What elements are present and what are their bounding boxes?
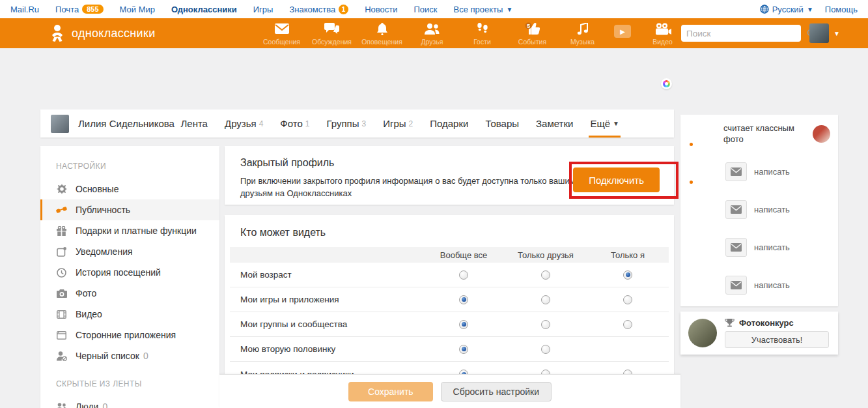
settings-sidebar: НАСТРОЙКИ Основные Публичность Подарки и… [40, 146, 219, 408]
tab-gifts[interactable]: Подарки [430, 109, 468, 138]
closed-profile-description: При включении закрытого профиля информац… [240, 175, 579, 199]
search-input[interactable] [681, 29, 807, 38]
topbar-link-help[interactable]: Помощь [825, 5, 858, 14]
radio-only-me[interactable] [623, 370, 632, 374]
nav-play-shortcut[interactable]: ▶ [608, 21, 637, 38]
user-blocked-icon [56, 351, 67, 362]
sidebar-item-photo[interactable]: Фото [40, 283, 219, 304]
tab-games[interactable]: Игры2 [383, 109, 413, 138]
radio-only-me[interactable] [623, 270, 632, 280]
liked-photo-thumbnail[interactable] [813, 125, 830, 143]
topbar-link-moymir[interactable]: Мой Мир [120, 5, 155, 14]
radio-everyone[interactable] [459, 345, 468, 354]
play-icon: ▶ [614, 25, 631, 38]
main-navbar: одноклассники Сообщения Обсуждения Опове… [0, 18, 868, 48]
online-dot-icon [688, 179, 694, 185]
nav-discussions[interactable]: Обсуждения [307, 21, 357, 46]
closed-profile-panel: Закрытый профиль При включении закрытого… [225, 146, 674, 205]
tab-more[interactable]: Ещё▼ [590, 109, 619, 138]
radio-friends-only[interactable] [541, 320, 550, 329]
sidebar-item-visit-history[interactable]: История посещений [40, 262, 219, 283]
profile-avatar[interactable] [51, 115, 69, 133]
sidebar-item-blacklist[interactable]: Черный список 0 [40, 345, 219, 366]
tab-feed[interactable]: Лента [180, 109, 208, 138]
feed-item-write: написать [680, 228, 838, 266]
visibility-row-age: Мой возраст [230, 263, 669, 287]
message-button[interactable] [725, 238, 747, 257]
sidebar-item-gifts-paid[interactable]: Подарки и платные функции [40, 220, 219, 241]
message-button[interactable] [725, 276, 747, 295]
tab-photos[interactable]: Фото1 [280, 109, 309, 138]
tab-friends[interactable]: Друзья4 [225, 109, 263, 138]
radio-friends-only[interactable] [541, 270, 550, 280]
feed-item-write: написать [680, 190, 838, 228]
online-dot-icon [688, 141, 694, 147]
message-button[interactable] [725, 200, 747, 219]
reset-settings-button[interactable]: Сбросить настройки [441, 382, 552, 401]
radio-friends-only[interactable] [541, 370, 550, 374]
write-link[interactable]: написать [754, 242, 790, 252]
people-count: 0 [102, 401, 107, 408]
topbar-link-mailru[interactable]: Mail.Ru [10, 5, 39, 14]
nav-guests[interactable]: Гости [457, 21, 507, 46]
chat-icon [307, 21, 357, 36]
sidebar-item-third-party-apps[interactable]: Сторонние приложения [40, 325, 219, 345]
save-button[interactable]: Сохранить [348, 382, 433, 401]
user-avatar[interactable] [809, 23, 829, 43]
radio-everyone[interactable] [459, 295, 468, 304]
sidebar-item-general[interactable]: Основные [40, 179, 219, 199]
envelope-icon [257, 21, 307, 36]
language-selector[interactable]: Русский▼ [760, 5, 813, 14]
topbar-link-news[interactable]: Новости [365, 5, 397, 14]
radio-friends-only[interactable] [541, 295, 550, 304]
profile-tabs: Лента Друзья4 Фото1 Группы3 Игры2 Подарк… [180, 109, 619, 138]
radio-friends-only[interactable] [541, 345, 550, 354]
radio-everyone[interactable] [459, 320, 468, 329]
contest-avatar[interactable] [688, 319, 717, 347]
connect-button[interactable]: Подключить [573, 168, 660, 192]
write-link[interactable]: написать [754, 280, 790, 290]
topbar-link-games[interactable]: Игры [253, 5, 273, 14]
sidebar-item-notifications[interactable]: Уведомления [40, 241, 219, 262]
radio-only-me[interactable] [623, 320, 632, 329]
global-search [681, 25, 801, 42]
sidebar-item-publicity[interactable]: Публичность [40, 199, 219, 220]
profile-name: Лилия Сидельникова [78, 118, 175, 129]
settings-section-title: НАСТРОЙКИ [40, 146, 219, 179]
user-menu-chevron-icon[interactable]: ▼ [833, 30, 840, 37]
participate-button[interactable]: Участвовать! [725, 331, 829, 348]
column-friends-only: Только друзья [505, 250, 587, 260]
topbar-link-odnoklassniki[interactable]: Одноклассники [171, 5, 237, 14]
contest-title: Фотоконкурс [739, 318, 794, 328]
like-text: считает классным фото [723, 123, 796, 145]
sidebar-item-people[interactable]: Люди 0 [40, 396, 219, 408]
topbar-link-mail[interactable]: Почта855 [55, 5, 103, 14]
ok-logo[interactable]: одноклассники [48, 23, 156, 43]
radio-everyone[interactable] [459, 370, 468, 374]
topbar-link-search[interactable]: Поиск [413, 5, 437, 14]
nav-friends[interactable]: Друзья [407, 21, 457, 46]
nav-notifications[interactable]: Оповещения [357, 21, 407, 46]
tab-groups[interactable]: Группы3 [326, 109, 366, 138]
write-link[interactable]: написать [754, 167, 790, 177]
chevron-down-icon: ▼ [506, 6, 512, 13]
tab-goods[interactable]: Товары [485, 109, 519, 138]
nav-messages[interactable]: Сообщения [257, 21, 307, 46]
message-button[interactable] [725, 162, 747, 181]
visibility-row-games-apps: Мои игры и приложения [230, 287, 669, 312]
tab-notes[interactable]: Заметки [536, 109, 573, 138]
nav-events[interactable]: 5 События [507, 21, 557, 46]
nav-music[interactable]: Музыка [557, 21, 608, 46]
visibility-panel: Кто может видеть Вообще все Только друзь… [225, 215, 674, 374]
radio-everyone[interactable] [459, 270, 468, 280]
gift-icon [56, 226, 67, 237]
visibility-row-groups: Мои группы и сообщества [230, 312, 669, 337]
topbar-link-dating[interactable]: Знакомства1 [289, 5, 348, 14]
radio-only-me[interactable] [623, 295, 632, 304]
sidebar-item-video[interactable]: Видео [40, 304, 219, 325]
people-icon [56, 401, 67, 408]
nav-video[interactable]: Видео [637, 21, 688, 46]
write-link[interactable]: написать [754, 205, 790, 214]
topbar-link-all-projects[interactable]: Все проекты▼ [454, 5, 513, 14]
trophy-icon [725, 319, 735, 327]
